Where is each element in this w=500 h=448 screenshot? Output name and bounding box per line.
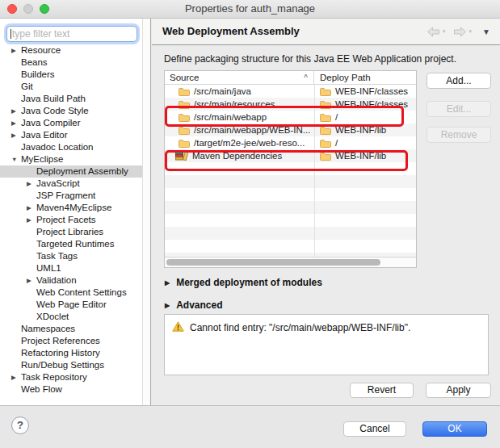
sidebar-tree-item[interactable]: Git — [0, 81, 142, 93]
sidebar-tree-item[interactable]: ▶ Maven4MyEclipse — [0, 202, 142, 214]
sidebar-tree-item[interactable]: ▶ Project Facets — [0, 214, 142, 226]
sidebar-tree-item[interactable]: ▶ Java Compiler — [0, 117, 142, 129]
tree-item-label: Targeted Runtimes — [36, 239, 115, 249]
sidebar-tree-item[interactable]: Deployment Assembly — [0, 165, 142, 178]
sidebar-tree-item[interactable]: Beans — [0, 57, 142, 69]
deploy-path-cell: / — [314, 136, 416, 149]
sidebar-tree-item[interactable]: Run/Debug Settings — [0, 359, 142, 371]
back-arrow-icon[interactable] — [426, 27, 440, 37]
deploy-path-cell: WEB-INF/lib — [314, 124, 416, 136]
edit-button[interactable]: Edit... — [426, 101, 491, 117]
forward-history-caret-icon[interactable]: ▾ — [469, 28, 473, 35]
sidebar-tree-item[interactable]: ▼ MyEclipse — [0, 153, 142, 165]
forward-arrow-icon[interactable] — [453, 27, 467, 37]
scrollbar-thumb[interactable] — [166, 259, 380, 266]
source-cell: /src/main/webapp — [165, 111, 314, 124]
tree-item-label: UML1 — [36, 263, 61, 273]
tree-item-label: XDoclet — [36, 312, 69, 321]
sidebar-tree-item[interactable]: ▶ JavaScript — [0, 178, 142, 190]
folder-icon — [320, 113, 331, 122]
sidebar-tree-item[interactable]: Targeted Runtimes — [0, 238, 142, 250]
tree-item-label: Java Build Path — [21, 94, 86, 103]
sidebar-tree-item[interactable]: ▶ Resource — [0, 44, 142, 57]
filter-input[interactable] — [6, 26, 137, 42]
folder-icon — [179, 139, 190, 148]
disclosure-triangle-icon[interactable]: ▶ — [11, 105, 16, 117]
tree-item-label: Deployment Assembly — [36, 166, 128, 176]
sidebar-tree-item[interactable]: Builders — [0, 69, 142, 81]
tree-item-label: Project References — [21, 336, 100, 345]
add-button[interactable]: Add... — [426, 73, 491, 89]
sidebar-tree-item[interactable]: Project Libraries — [0, 226, 142, 238]
sidebar-tree-item[interactable]: ▶ Java Editor — [0, 129, 142, 141]
section-advanced[interactable]: ▶Advanced — [165, 299, 223, 311]
deploy-path-cell: WEB-INF/classes — [314, 85, 416, 98]
sidebar-tree-item[interactable]: ▶ Validation — [0, 274, 142, 287]
apply-button[interactable]: Apply — [426, 383, 491, 398]
table-row[interactable]: /target/m2e-jee/web-reso... / — [165, 136, 416, 149]
dialog-footer: ? Cancel OK — [0, 405, 500, 448]
tree-item-label: Project Libraries — [36, 227, 103, 237]
table-row[interactable]: Maven Dependencies WEB-INF/lib — [165, 149, 416, 162]
horizontal-scrollbar[interactable] — [165, 257, 416, 267]
tree-item-label: Java Code Style — [21, 106, 89, 115]
sidebar-tree-item[interactable]: Task Tags — [0, 250, 142, 262]
sidebar-tree-item[interactable]: Web Content Settings — [0, 287, 142, 299]
warning-icon — [172, 321, 184, 332]
table-row[interactable]: /src/main/webapp / — [165, 111, 416, 124]
cancel-button[interactable]: Cancel — [343, 421, 406, 437]
table-row[interactable]: /src/main/java WEB-INF/classes — [165, 85, 416, 98]
sidebar-tree-item[interactable]: Java Build Path — [0, 93, 142, 105]
disclosure-triangle-icon[interactable]: ▶ — [27, 274, 32, 287]
folder-icon — [179, 126, 190, 135]
deployment-assembly-panel: Define packaging structure for this Java… — [152, 46, 500, 405]
table-body: /src/main/java WEB-INF/classes /src/main… — [165, 85, 416, 257]
sidebar-tree-item[interactable]: Refactoring History — [0, 347, 142, 359]
disclosure-triangle-icon[interactable]: ▶ — [27, 178, 32, 190]
help-button[interactable]: ? — [11, 417, 29, 434]
tree-item-label: Maven4MyEclipse — [36, 203, 111, 212]
disclosure-triangle-icon[interactable]: ▶ — [27, 202, 32, 214]
sidebar-tree-item[interactable]: Namespaces — [0, 323, 142, 335]
view-menu-icon[interactable]: ▼ — [482, 27, 490, 36]
disclosure-triangle-icon[interactable]: ▶ — [11, 371, 16, 383]
tree-item-label: Validation — [36, 275, 77, 285]
table-row[interactable]: /src/main/resources WEB-INF/classes — [165, 98, 416, 111]
remove-button[interactable]: Remove — [426, 127, 491, 143]
title-bar: Properties for auth_manage — [0, 0, 500, 19]
properties-sidebar: ▶ Resource Beans Builders Git Java Build… — [0, 19, 151, 405]
sidebar-tree-item[interactable]: UML1 — [0, 262, 142, 274]
revert-button[interactable]: Revert — [350, 383, 414, 398]
sidebar-tree-item[interactable]: ▶ Java Code Style — [0, 105, 142, 117]
section-merged-deployment[interactable]: ▶Merged deployment of modules — [165, 277, 322, 288]
disclosure-triangle-icon[interactable]: ▶ — [11, 44, 16, 57]
source-cell: /src/main/resources — [165, 98, 314, 111]
sidebar-tree-item[interactable]: ▶ Task Repository — [0, 371, 142, 383]
sidebar-tree-item[interactable]: JSP Fragment — [0, 190, 142, 202]
disclosure-triangle-icon[interactable]: ▶ — [27, 214, 32, 226]
sidebar-scrollbar[interactable] — [142, 19, 150, 405]
table-row[interactable]: /src/main/webapp/WEB-IN... WEB-INF/lib — [165, 124, 416, 136]
tree-item-label: Git — [21, 82, 33, 91]
sidebar-tree-item[interactable]: Web Page Editor — [0, 299, 142, 311]
tree-item-label: Namespaces — [21, 324, 75, 333]
section-collapsed-icon[interactable]: ▶ — [165, 279, 170, 287]
disclosure-triangle-icon[interactable]: ▶ — [11, 117, 16, 129]
sidebar-tree-item[interactable]: Web Flow — [0, 383, 142, 396]
back-history-caret-icon[interactable]: ▾ — [443, 28, 446, 35]
deploy-path-cell: / — [314, 111, 416, 124]
sidebar-tree-item[interactable]: Project References — [0, 335, 142, 347]
sidebar-tree-item[interactable]: Javadoc Location — [0, 141, 142, 153]
column-header-source[interactable]: Source ^ — [165, 71, 314, 84]
tree-item-label: Project Facets — [36, 215, 96, 224]
tree-item-label: Task Tags — [36, 251, 78, 261]
source-cell: Maven Dependencies — [165, 149, 314, 162]
ok-button[interactable]: OK — [422, 421, 487, 437]
column-header-deploy-path[interactable]: Deploy Path — [314, 71, 416, 84]
sidebar-tree-item[interactable]: XDoclet — [0, 311, 142, 323]
folder-icon — [320, 126, 331, 135]
disclosure-triangle-icon[interactable]: ▼ — [11, 153, 17, 165]
assembly-table: Source ^ Deploy Path /src/main/java — [164, 70, 417, 268]
section-collapsed-icon[interactable]: ▶ — [165, 302, 170, 309]
disclosure-triangle-icon[interactable]: ▶ — [11, 129, 16, 141]
